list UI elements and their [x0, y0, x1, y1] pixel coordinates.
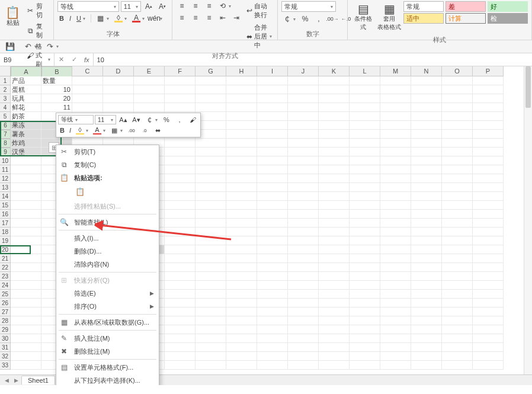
row-header[interactable]: 4	[0, 103, 11, 112]
cell[interactable]: 11	[41, 103, 72, 112]
merge-center-button[interactable]: ⬌合并后居中▾	[245, 23, 274, 50]
cell[interactable]	[380, 245, 411, 254]
cell[interactable]	[319, 165, 350, 174]
cell[interactable]	[288, 290, 319, 299]
ctx-delete-comment[interactable]: ✖删除批注(M)	[56, 345, 159, 358]
cell[interactable]	[165, 76, 196, 85]
cell[interactable]	[473, 343, 504, 352]
cell[interactable]	[350, 156, 380, 165]
cell[interactable]	[473, 316, 504, 325]
cell-style-bad[interactable]: 差	[446, 1, 486, 12]
cell[interactable]	[288, 103, 319, 112]
cell[interactable]	[257, 156, 288, 165]
cell[interactable]	[380, 94, 411, 103]
table-format-button[interactable]: ▦ 套用 表格格式	[377, 1, 401, 34]
cell[interactable]	[473, 121, 504, 130]
cell[interactable]	[319, 219, 350, 228]
cell[interactable]	[380, 130, 411, 139]
cell[interactable]	[165, 352, 196, 361]
cell[interactable]	[350, 263, 380, 272]
cell[interactable]	[11, 156, 41, 165]
cell[interactable]	[226, 236, 257, 245]
cell[interactable]	[288, 245, 319, 254]
cell[interactable]	[226, 299, 257, 307]
cell[interactable]	[226, 263, 257, 272]
cell[interactable]	[165, 174, 196, 183]
cell[interactable]	[380, 299, 411, 307]
cell[interactable]	[319, 210, 350, 219]
cell[interactable]	[11, 263, 41, 272]
cell[interactable]	[411, 361, 442, 370]
cell[interactable]	[380, 103, 411, 112]
cell[interactable]	[165, 156, 196, 165]
cell[interactable]	[442, 352, 473, 361]
cell[interactable]	[350, 272, 380, 281]
cell[interactable]	[473, 290, 504, 299]
cell[interactable]	[411, 299, 442, 307]
cell[interactable]	[196, 352, 226, 361]
column-header[interactable]: F	[165, 66, 196, 76]
cell[interactable]	[257, 361, 288, 370]
cell[interactable]	[350, 290, 380, 299]
cell[interactable]	[350, 112, 380, 121]
decrease-font-button[interactable]: A▾	[156, 2, 168, 11]
select-all-corner[interactable]	[0, 66, 11, 76]
cell[interactable]	[350, 236, 380, 245]
fx-icon[interactable]: fx	[81, 53, 94, 66]
cell[interactable]	[165, 272, 196, 281]
cell[interactable]	[442, 103, 473, 112]
cell[interactable]	[473, 219, 504, 228]
cell[interactable]	[196, 272, 226, 281]
row-header[interactable]: 14	[0, 192, 11, 201]
column-header[interactable]: J	[288, 66, 319, 76]
cell[interactable]	[165, 165, 196, 174]
phonetic-button[interactable]: wén▾	[148, 14, 164, 23]
cell[interactable]	[380, 148, 411, 156]
cell[interactable]	[288, 281, 319, 290]
cell[interactable]	[226, 139, 257, 148]
cell[interactable]	[411, 76, 442, 85]
cell[interactable]	[226, 316, 257, 325]
cell[interactable]	[165, 103, 196, 112]
cell[interactable]	[411, 343, 442, 352]
cell[interactable]	[380, 183, 411, 192]
cell[interactable]	[350, 307, 380, 316]
row-header[interactable]: 24	[0, 281, 11, 290]
cell[interactable]	[350, 228, 380, 236]
cell[interactable]	[11, 174, 41, 183]
cell[interactable]	[411, 201, 442, 210]
cell[interactable]	[226, 130, 257, 139]
cell[interactable]	[288, 112, 319, 121]
cell[interactable]	[350, 281, 380, 290]
cell[interactable]	[165, 299, 196, 307]
cell[interactable]	[319, 201, 350, 210]
cell[interactable]	[319, 290, 350, 299]
cell[interactable]	[442, 121, 473, 130]
cell[interactable]	[380, 352, 411, 361]
cell[interactable]	[196, 228, 226, 236]
row-header[interactable]: 23	[0, 272, 11, 281]
row-header[interactable]: 22	[0, 263, 11, 272]
cell[interactable]	[165, 290, 196, 299]
cell[interactable]	[473, 281, 504, 290]
cell[interactable]	[411, 130, 442, 139]
cell[interactable]	[411, 174, 442, 183]
column-header[interactable]: A	[11, 66, 41, 77]
align-right-button[interactable]: ≡	[203, 13, 215, 23]
cell[interactable]	[257, 219, 288, 228]
cell[interactable]	[165, 94, 196, 103]
cell[interactable]	[442, 254, 473, 263]
cell[interactable]	[411, 156, 442, 165]
cell[interactable]	[473, 361, 504, 370]
column-header[interactable]: K	[319, 66, 350, 76]
cell[interactable]	[288, 343, 319, 352]
ctx-format-cells[interactable]: ▤设置单元格格式(F)...	[56, 361, 159, 374]
cell[interactable]	[473, 94, 504, 103]
cell[interactable]	[165, 325, 196, 334]
cell[interactable]	[257, 307, 288, 316]
cell[interactable]	[319, 148, 350, 156]
cell[interactable]	[350, 334, 380, 343]
cell[interactable]	[257, 228, 288, 236]
cell[interactable]	[350, 85, 380, 94]
cell[interactable]	[442, 130, 473, 139]
